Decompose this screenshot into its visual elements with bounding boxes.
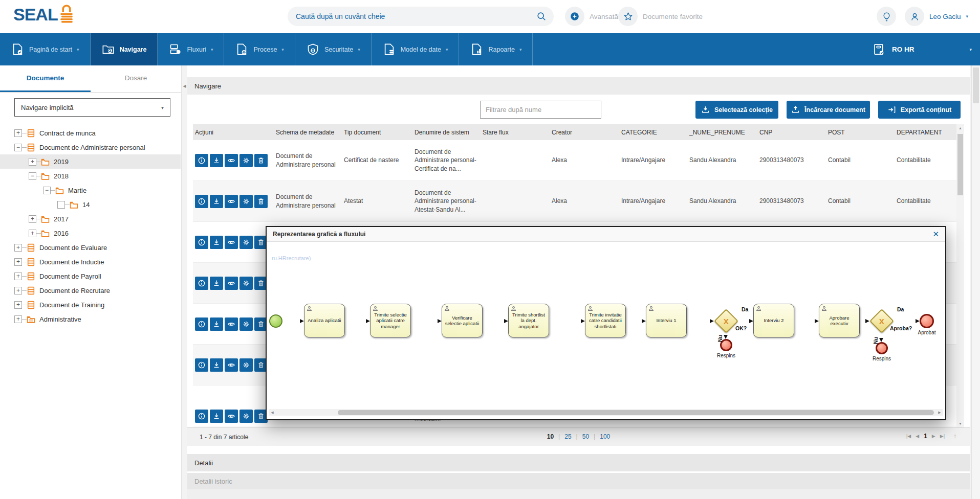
column-header-categorie[interactable]: CATEGORIE [619,124,687,140]
upload-document-button[interactable]: Încărcare document [787,101,870,119]
page-scrollbar[interactable] [971,65,980,499]
tab-documente[interactable]: Documente [0,65,91,92]
scrollbar-thumb[interactable] [957,134,963,195]
column-header-creator[interactable]: Creator [550,124,619,140]
row-action-download-button[interactable] [210,154,223,167]
row-action-info-button[interactable] [195,154,208,167]
tree-node-document-de-recrutare[interactable]: +Document de Recrutare [0,283,181,298]
row-action-download-button[interactable] [210,358,223,372]
row-action-download-button[interactable] [210,277,223,290]
row-action-delete-button[interactable] [254,154,268,167]
column-header-tip-document[interactable]: Tip document [342,124,412,140]
row-action-info-button[interactable] [195,410,208,423]
page-size-50[interactable]: 50 [582,433,589,440]
row-action-preview-button[interactable] [225,236,238,249]
row-action-info-button[interactable] [195,236,208,249]
column-header-cnp[interactable]: CNP [757,124,826,140]
row-action-delete-button[interactable] [254,195,268,208]
select-collection-button[interactable]: Selectează colecție [695,101,778,119]
column-header-post[interactable]: POST [826,124,895,140]
tree-expander-icon[interactable]: + [14,301,22,309]
tree-node-contract-de-munca[interactable]: +Contract de munca [0,126,181,140]
row-action-settings-button[interactable] [239,154,253,167]
modal-hscrollbar-thumb[interactable] [338,410,934,415]
row-action-preview-button[interactable] [225,410,238,423]
advanced-search-button[interactable]: Avansată [565,7,618,26]
row-action-download-button[interactable] [210,410,223,423]
search-input[interactable] [295,12,536,21]
nav-item-model-de-date[interactable]: Model de date▾ [372,33,460,65]
row-action-info-button[interactable] [195,277,208,290]
tree-node-document-de-evaluare[interactable]: +Document de Evaluare [0,240,181,255]
scroll-left-icon[interactable]: ◀ [269,409,276,416]
column-header-nume-prenume[interactable]: _NUME_PRENUME [687,124,757,140]
nav-item-rapoarte[interactable]: Rapoarte▾ [459,33,533,65]
tree-expander-icon[interactable]: + [14,129,22,137]
tree-node-2019[interactable]: +2019 [0,154,181,169]
hints-button[interactable] [877,7,896,26]
row-action-preview-button[interactable] [225,317,238,331]
column-header-stare-flux[interactable]: Stare flux [481,124,550,140]
workspace-selector[interactable]: RO HR ▾ [872,33,980,65]
tree-node-2018[interactable]: −2018 [0,169,181,183]
row-action-settings-button[interactable] [239,358,253,372]
section-detalii-istoric[interactable]: Detalii istoric [187,473,970,489]
tree-node-martie[interactable]: −Martie [0,183,181,197]
app-logo[interactable]: SEAL [13,4,75,25]
tree-node-14[interactable]: 14 [0,197,181,212]
table-scrollbar[interactable]: ▲ ▼ [956,124,964,427]
tree-expander-icon[interactable]: + [29,215,36,223]
prev-page-icon[interactable]: ◀ [916,434,919,439]
next-page-icon[interactable]: ▶ [932,434,935,439]
tree-expander-icon[interactable]: + [14,273,22,280]
tree-expander-icon[interactable]: + [14,287,22,294]
row-action-preview-button[interactable] [225,277,238,290]
page-size-25[interactable]: 25 [564,433,571,440]
tree-expander-icon[interactable]: − [14,144,22,151]
tree-expander-icon[interactable]: + [29,230,36,237]
page-size-10[interactable]: 10 [547,433,554,440]
tree-node-document-de-training[interactable]: +Document de Training [0,298,181,312]
row-action-download-button[interactable] [210,317,223,331]
tree-node-document-de-administrare-personal[interactable]: −Document de Administrare personal [0,140,181,154]
row-action-settings-button[interactable] [239,236,253,249]
row-action-settings-button[interactable] [239,317,253,331]
row-action-settings-button[interactable] [239,195,253,208]
row-action-download-button[interactable] [210,236,223,249]
nav-item-fluxuri[interactable]: Fluxuri▾ [158,33,224,65]
row-action-preview-button[interactable] [225,195,238,208]
tree-node-document-de-inductie[interactable]: +Document de Inductie [0,255,181,269]
tree-node-2017[interactable]: +2017 [0,212,181,226]
tree-expander-icon[interactable]: − [29,172,36,180]
export-content-button[interactable]: Exportă conținut [878,101,961,119]
tree-node-document-de-payroll[interactable]: +Document de Payroll [0,269,181,283]
scroll-down-icon[interactable]: ▼ [956,420,964,427]
row-action-settings-button[interactable] [239,410,253,423]
sidebar-collapse-handle[interactable]: ◀ [182,77,187,95]
modal-hscrollbar[interactable]: ◀ ▶ [269,409,943,416]
tree-expander-icon[interactable]: + [14,258,22,266]
view-selector-dropdown[interactable]: Navigare implicită ▾ [14,98,170,117]
row-action-settings-button[interactable] [239,277,253,290]
tree-node-2016[interactable]: +2016 [0,226,181,240]
column-header-denumire-de-sistem[interactable]: Denumire de sistem [412,124,481,140]
tree-expander-icon[interactable]: − [43,187,51,194]
nav-item-securitate[interactable]: Securitate▾ [295,33,372,65]
row-action-download-button[interactable] [210,195,223,208]
close-icon[interactable]: ✕ [932,230,939,239]
scroll-right-icon[interactable]: ▶ [936,409,943,416]
column-header-departament[interactable]: DEPARTAMENT [895,124,956,140]
row-action-info-button[interactable] [195,317,208,331]
tree-expander-icon[interactable]: + [14,244,22,252]
column-header-actiuni[interactable]: Acțiuni [193,124,274,140]
row-action-info-button[interactable] [195,195,208,208]
filter-by-name-input[interactable] [480,101,601,119]
tree-expander-icon[interactable]: + [14,315,22,323]
page-scrollbar-thumb[interactable] [973,67,979,103]
first-page-icon[interactable]: |◀ [906,434,911,439]
row-action-info-button[interactable] [195,358,208,372]
section-detalii[interactable]: Detalii [187,454,970,471]
favorite-documents-button[interactable]: Documente favorite [618,7,703,26]
tree-expander-icon[interactable] [57,201,65,209]
last-page-icon[interactable]: ▶| [940,434,945,439]
